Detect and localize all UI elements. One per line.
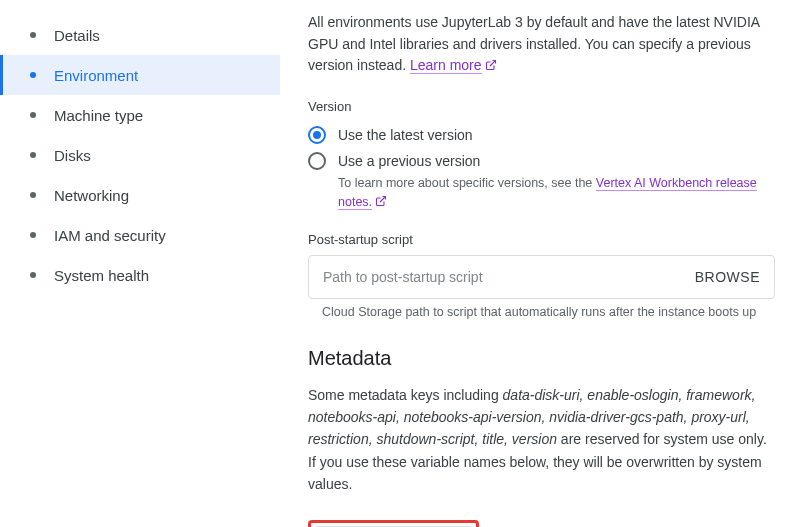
svg-line-0 xyxy=(490,61,496,67)
post-startup-input[interactable] xyxy=(323,269,695,285)
external-link-icon xyxy=(375,195,387,207)
highlight-annotation: + ADD METADATA xyxy=(308,520,479,527)
metadata-description: Some metadata keys including data-disk-u… xyxy=(308,384,775,496)
sidebar-item-details[interactable]: Details xyxy=(0,15,280,55)
sidebar-item-label: Details xyxy=(54,27,100,44)
main-content: All environments use JupyterLab 3 by def… xyxy=(280,0,800,527)
metadata-heading: Metadata xyxy=(308,347,775,370)
version-radio-group: Use the latest version Use a previous ve… xyxy=(308,122,775,212)
sidebar-item-machine-type[interactable]: Machine type xyxy=(0,95,280,135)
sidebar-item-label: Disks xyxy=(54,147,91,164)
post-startup-input-row: BROWSE xyxy=(308,255,775,299)
button-row: + ADD METADATA CONTINUE xyxy=(308,520,775,527)
dot-icon xyxy=(30,192,36,198)
sidebar: Details Environment Machine type Disks N… xyxy=(0,0,280,527)
svg-line-1 xyxy=(380,196,386,202)
dot-icon xyxy=(30,32,36,38)
dot-icon xyxy=(30,232,36,238)
sidebar-item-system-health[interactable]: System health xyxy=(0,255,280,295)
radio-selected-icon xyxy=(308,126,326,144)
sidebar-item-environment[interactable]: Environment xyxy=(0,55,280,95)
intro-text: All environments use JupyterLab 3 by def… xyxy=(308,12,775,77)
sidebar-item-label: Networking xyxy=(54,187,129,204)
sidebar-item-label: IAM and security xyxy=(54,227,166,244)
learn-more-link[interactable]: Learn more xyxy=(410,57,482,74)
sidebar-item-label: Machine type xyxy=(54,107,143,124)
post-startup-helper: Cloud Storage path to script that automa… xyxy=(322,305,775,319)
sidebar-item-iam-security[interactable]: IAM and security xyxy=(0,215,280,255)
sidebar-item-label: System health xyxy=(54,267,149,284)
sidebar-item-networking[interactable]: Networking xyxy=(0,175,280,215)
dot-icon xyxy=(30,72,36,78)
browse-button[interactable]: BROWSE xyxy=(695,269,760,285)
radio-previous-version[interactable]: Use a previous version xyxy=(308,148,775,174)
radio-latest-version[interactable]: Use the latest version xyxy=(308,122,775,148)
external-link-icon xyxy=(485,59,497,71)
dot-icon xyxy=(30,152,36,158)
radio-unselected-icon xyxy=(308,152,326,170)
dot-icon xyxy=(30,272,36,278)
dot-icon xyxy=(30,112,36,118)
sidebar-item-label: Environment xyxy=(54,67,138,84)
sidebar-item-disks[interactable]: Disks xyxy=(0,135,280,175)
post-startup-label: Post-startup script xyxy=(308,232,775,247)
version-helper: To learn more about specific versions, s… xyxy=(338,174,775,212)
version-label: Version xyxy=(308,99,775,114)
